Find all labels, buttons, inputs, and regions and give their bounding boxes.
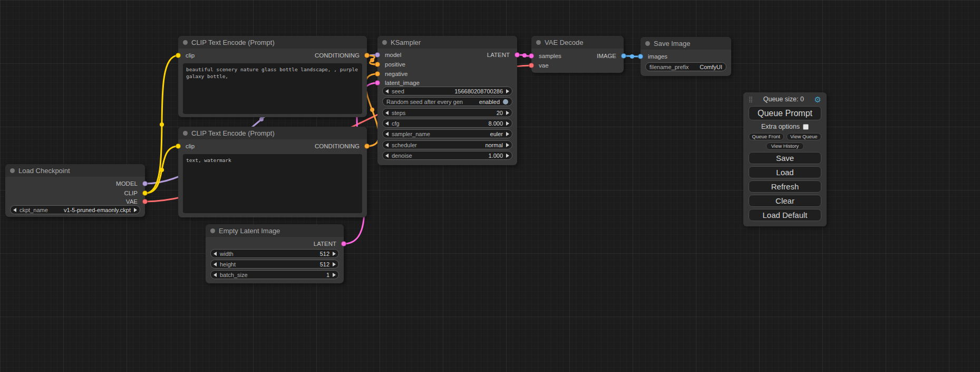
node-status-icon bbox=[382, 40, 387, 45]
node-save-image[interactable]: Save Image images filename_prefix ComfyU… bbox=[641, 37, 731, 76]
stepper-right-icon[interactable] bbox=[333, 262, 336, 266]
widget-label: ckpt_name bbox=[20, 207, 48, 213]
node-load-checkpoint[interactable]: Load Checkpoint MODEL CLIP VAE ckpt_name… bbox=[5, 164, 145, 217]
latent-image-input-port[interactable] bbox=[375, 80, 380, 85]
stepper-left-icon[interactable] bbox=[13, 208, 16, 212]
denoise-widget[interactable]: denoise 1.000 bbox=[382, 151, 512, 160]
node-vae-decode[interactable]: VAE Decode samples IMAGE vae bbox=[531, 36, 624, 73]
port-label-conditioning: CONDITIONING bbox=[315, 52, 360, 59]
queue-front-button[interactable]: Queue Front bbox=[749, 133, 784, 140]
node-title-bar[interactable]: Save Image bbox=[641, 37, 731, 50]
height-widget[interactable]: height 512 bbox=[210, 260, 339, 269]
stepper-left-icon[interactable] bbox=[214, 252, 217, 256]
conditioning-output-port[interactable] bbox=[364, 53, 370, 58]
wire-midpoint-dot bbox=[370, 58, 374, 62]
stepper-right-icon[interactable] bbox=[134, 208, 137, 212]
load-default-button[interactable]: Load Default bbox=[749, 209, 821, 221]
stepper-left-icon[interactable] bbox=[385, 89, 389, 93]
port-label-negative: negative bbox=[385, 71, 407, 77]
node-clip-text-encode-positive[interactable]: CLIP Text Encode (Prompt) clip CONDITION… bbox=[178, 36, 367, 117]
negative-input-port[interactable] bbox=[375, 71, 380, 77]
widget-label: width bbox=[220, 251, 234, 257]
latent-output-port[interactable] bbox=[515, 52, 520, 58]
node-title: VAE Decode bbox=[545, 39, 583, 46]
stepper-left-icon[interactable] bbox=[214, 262, 217, 266]
cfg-widget[interactable]: cfg 8.000 bbox=[382, 119, 512, 128]
image-output-port[interactable] bbox=[621, 53, 626, 59]
node-title: CLIP Text Encode (Prompt) bbox=[191, 39, 275, 46]
stepper-right-icon[interactable] bbox=[506, 89, 509, 93]
refresh-button[interactable]: Refresh bbox=[749, 180, 821, 193]
latent-output-port[interactable] bbox=[341, 241, 346, 246]
widget-label: Random seed after every gen bbox=[386, 99, 463, 105]
port-label-latent: LATENT bbox=[487, 52, 510, 58]
view-history-button[interactable]: View History bbox=[766, 142, 804, 150]
drag-handle-icon[interactable]: ⣿ bbox=[749, 97, 753, 102]
node-title-bar[interactable]: Empty Latent Image bbox=[206, 224, 344, 237]
node-status-icon bbox=[183, 40, 188, 45]
load-button[interactable]: Load bbox=[749, 166, 821, 178]
node-title-bar[interactable]: Load Checkpoint bbox=[5, 164, 145, 177]
vae-input-port[interactable] bbox=[529, 63, 534, 68]
steps-widget[interactable]: steps 20 bbox=[382, 108, 512, 117]
save-button[interactable]: Save bbox=[749, 152, 821, 164]
positive-input-port[interactable] bbox=[375, 62, 380, 67]
filename-prefix-widget[interactable]: filename_prefix ComfyUI bbox=[645, 62, 726, 71]
widget-label: sampler_name bbox=[392, 131, 430, 137]
queue-panel[interactable]: ⣿ Queue size: 0 ⚙ Queue Prompt Extra opt… bbox=[743, 92, 827, 226]
stepper-right-icon[interactable] bbox=[333, 273, 336, 277]
images-input-port[interactable] bbox=[638, 54, 643, 59]
stepper-right-icon[interactable] bbox=[506, 132, 509, 136]
view-queue-button[interactable]: View Queue bbox=[787, 133, 822, 140]
stepper-right-icon[interactable] bbox=[333, 252, 336, 256]
port-label-images: images bbox=[648, 53, 667, 60]
node-title-bar[interactable]: KSampler bbox=[377, 36, 517, 49]
sampler-name-widget[interactable]: sampler_name euler bbox=[382, 129, 512, 138]
settings-gear-icon[interactable]: ⚙ bbox=[814, 96, 821, 103]
extra-options-checkbox[interactable] bbox=[803, 124, 809, 130]
stepper-right-icon[interactable] bbox=[506, 121, 509, 126]
node-ksampler[interactable]: KSampler model LATENT positive negative … bbox=[377, 36, 517, 165]
node-title-bar[interactable]: VAE Decode bbox=[531, 36, 624, 49]
scheduler-widget[interactable]: scheduler normal bbox=[382, 140, 512, 149]
stepper-left-icon[interactable] bbox=[385, 143, 389, 147]
random-seed-toggle-widget[interactable]: Random seed after every gen enabled bbox=[382, 97, 512, 106]
node-title-bar[interactable]: CLIP Text Encode (Prompt) bbox=[178, 36, 367, 49]
port-label-vae: VAE bbox=[126, 198, 138, 205]
stepper-left-icon[interactable] bbox=[214, 273, 217, 277]
queue-prompt-button[interactable]: Queue Prompt bbox=[749, 106, 821, 120]
model-output-port[interactable] bbox=[142, 181, 148, 186]
widget-value: 20 bbox=[497, 110, 503, 116]
node-status-icon bbox=[210, 228, 215, 233]
stepper-right-icon[interactable] bbox=[506, 154, 509, 158]
node-graph-canvas[interactable]: Load Checkpoint MODEL CLIP VAE ckpt_name… bbox=[0, 0, 980, 372]
stepper-right-icon[interactable] bbox=[506, 111, 509, 115]
negative-prompt-textarea[interactable]: text, watermark bbox=[183, 154, 362, 213]
width-widget[interactable]: width 512 bbox=[210, 249, 339, 258]
ckpt-name-widget[interactable]: ckpt_name v1-5-pruned-emaonly.ckpt bbox=[10, 205, 140, 214]
widget-value: enabled bbox=[479, 99, 500, 105]
seed-widget[interactable]: seed 156680208700286 bbox=[382, 87, 512, 96]
clear-button[interactable]: Clear bbox=[749, 195, 821, 207]
vae-output-port[interactable] bbox=[142, 199, 148, 204]
node-empty-latent-image[interactable]: Empty Latent Image LATENT width 512 heig… bbox=[206, 224, 344, 283]
stepper-right-icon[interactable] bbox=[506, 143, 509, 147]
conditioning-output-port[interactable] bbox=[364, 144, 370, 149]
batch-size-widget[interactable]: batch_size 1 bbox=[210, 270, 339, 279]
stepper-left-icon[interactable] bbox=[385, 111, 389, 115]
port-label-vae: vae bbox=[539, 62, 549, 69]
toggle-knob-icon[interactable] bbox=[503, 99, 508, 104]
positive-prompt-textarea[interactable]: beautiful scenery nature glass bottle la… bbox=[183, 63, 362, 114]
stepper-left-icon[interactable] bbox=[385, 132, 389, 136]
node-clip-text-encode-negative[interactable]: CLIP Text Encode (Prompt) clip CONDITION… bbox=[178, 127, 367, 217]
node-title-bar[interactable]: CLIP Text Encode (Prompt) bbox=[178, 127, 367, 139]
widget-value: 156680208700286 bbox=[454, 88, 503, 94]
node-title: Empty Latent Image bbox=[219, 227, 280, 235]
node-title: KSampler bbox=[391, 39, 421, 46]
stepper-left-icon[interactable] bbox=[385, 154, 389, 158]
widget-value: 8.000 bbox=[488, 120, 503, 127]
stepper-left-icon[interactable] bbox=[385, 121, 389, 126]
widget-label: height bbox=[220, 261, 236, 268]
clip-output-port[interactable] bbox=[142, 190, 148, 196]
widget-label: denoise bbox=[392, 152, 412, 159]
